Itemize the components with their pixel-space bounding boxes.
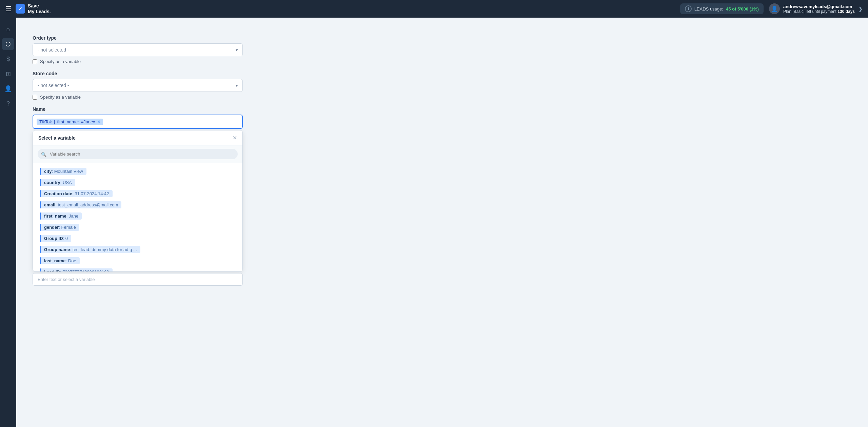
sidebar-item-diagram[interactable]: ⬡ — [2, 38, 14, 50]
tag-field-label: first_name: — [57, 119, 79, 124]
user-info: andrewsavemyleads@gmail.com Plan |Basic|… — [783, 4, 855, 14]
text-or-variable-field — [33, 273, 243, 286]
leads-usage-badge: ℹ LEADS usage: 45 of 5'000 (1%) — [680, 3, 764, 14]
store-code-variable-checkbox[interactable] — [33, 95, 37, 100]
variable-list: city: Mountain Viewcountry: USACreation … — [33, 163, 242, 271]
store-code-select[interactable]: - not selected - — [33, 79, 243, 92]
variable-dropdown: Select a variable ✕ city: Mountain Viewc… — [33, 130, 243, 272]
sidebar-item-home[interactable]: ⌂ — [2, 23, 14, 35]
store-code-variable-row: Specify as a variable — [33, 95, 243, 100]
variable-list-item[interactable]: Group name: test lead: dummy data for ad… — [33, 244, 242, 255]
order-type-select-wrapper: - not selected - ▾ — [33, 43, 243, 56]
variable-list-item[interactable]: gender: Female — [33, 222, 242, 233]
variable-search-input[interactable] — [38, 149, 238, 159]
sidebar-item-user[interactable]: 👤 — [2, 83, 14, 95]
avatar: 👤 — [769, 3, 780, 14]
store-code-select-wrapper: - not selected - ▾ — [33, 79, 243, 92]
text-input[interactable] — [33, 273, 243, 286]
user-menu-chevron[interactable]: ❯ — [858, 6, 863, 12]
logo-text: Save My Leads. — [28, 3, 51, 15]
leads-label: LEADS usage: — [694, 6, 723, 12]
tag-field: | — [54, 119, 55, 124]
variable-list-item[interactable]: Group ID: 0 — [33, 233, 242, 244]
order-type-select[interactable]: - not selected - — [33, 43, 243, 56]
name-input-wrapper[interactable]: TikTok | first_name: «Jane» ✕ — [33, 115, 243, 129]
variable-dropdown-title: Select a variable — [38, 135, 76, 141]
logo-icon: ✓ — [16, 4, 25, 14]
info-icon: ℹ — [685, 5, 692, 12]
order-type-label: Order type — [33, 35, 243, 41]
store-code-variable-label[interactable]: Specify as a variable — [40, 95, 81, 100]
hamburger-icon[interactable]: ☰ — [5, 5, 12, 13]
sidebar-item-apps[interactable]: ⊞ — [2, 68, 14, 80]
variable-list-item[interactable]: city: Mountain View — [33, 166, 242, 177]
store-code-label: Store code — [33, 71, 243, 76]
variable-list-item[interactable]: country: USA — [33, 177, 242, 188]
main-content: Order type - not selected - ▾ Specify as… — [16, 18, 868, 427]
name-tag: TikTok | first_name: «Jane» ✕ — [37, 119, 103, 125]
sidebar: ⌂ ⬡ $ ⊞ 👤 ? — [0, 18, 16, 427]
variable-search-wrapper — [33, 145, 242, 163]
user-section: 👤 andrewsavemyleads@gmail.com Plan |Basi… — [769, 3, 863, 14]
topnav: ☰ ✓ Save My Leads. ℹ LEADS usage: 45 of … — [0, 0, 868, 18]
order-type-variable-row: Specify as a variable — [33, 59, 243, 64]
username: andrewsavemyleads@gmail.com — [783, 4, 855, 9]
variable-dropdown-close-icon[interactable]: ✕ — [233, 135, 237, 141]
order-type-variable-checkbox[interactable] — [33, 59, 37, 64]
order-type-variable-label[interactable]: Specify as a variable — [40, 59, 81, 64]
variable-list-item[interactable]: last_name: Doe — [33, 255, 242, 266]
tag-value: «Jane» — [81, 119, 96, 124]
variable-dropdown-header: Select a variable ✕ — [33, 130, 242, 145]
form-section: Order type - not selected - ▾ Specify as… — [33, 35, 243, 286]
leads-count: 45 of 5'000 (1%) — [726, 6, 759, 12]
sidebar-item-billing[interactable]: $ — [2, 53, 14, 65]
variable-list-item[interactable]: Lead ID: 7397757713898193169 — [33, 266, 242, 271]
tag-source: TikTok — [39, 119, 52, 124]
name-label: Name — [33, 106, 243, 112]
variable-list-item[interactable]: Creation date: 31.07.2024 14:42 — [33, 188, 242, 199]
tag-close-icon[interactable]: ✕ — [97, 120, 100, 124]
plan-info: Plan |Basic| left until payment 130 days — [783, 9, 855, 14]
variable-list-item[interactable]: first_name: Jane — [33, 210, 242, 222]
variable-list-item[interactable]: email: test_email_address@mail.com — [33, 199, 242, 210]
sidebar-item-help[interactable]: ? — [2, 98, 14, 110]
logo: ✓ Save My Leads. — [16, 3, 51, 15]
